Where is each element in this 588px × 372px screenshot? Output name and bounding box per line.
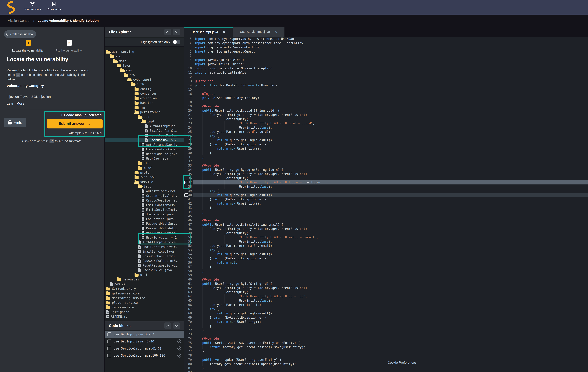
tree-item-config[interactable]: config [105,86,184,91]
file-icon [142,236,144,239]
code-block-item[interactable]: UserDaoImpl.java:40-40 [105,338,184,345]
tree-item-dao[interactable]: dao [105,115,184,119]
tree-item-impl[interactable]: impl [105,119,184,124]
tree-item-label: PasswordHashServ… [146,222,177,225]
tree-item-UserDao.java[interactable]: UserDao.java [105,156,184,161]
tree-item-player-service[interactable]: player-service [105,300,184,305]
tree-item-EmailService.java[interactable]: EmailService.java [105,249,184,254]
tree-item-PasswordValidato[interactable]: PasswordValidato… [105,226,184,231]
tree-item-CryptoService.ja[interactable]: CryptoService.ja… [105,198,184,203]
submit-answer-button[interactable]: Submit answer → [47,119,103,128]
folder-icon [135,102,138,105]
tree-item-service[interactable]: service [105,180,184,184]
tree-item-persistence[interactable]: persistence [105,110,184,115]
tree-item-AuthAttemptServi[interactable]: AuthAttemptServi… [105,189,184,193]
line-checkbox-unchecked[interactable] [184,193,188,197]
tree-item-resources[interactable]: resources [105,277,184,282]
tree-item-java[interactable]: java [105,64,184,68]
tree-item-resource[interactable]: resource [105,175,184,180]
tree-item-EmailServiceImpl[interactable]: EmailServiceImpl… [105,207,184,212]
tree-item-team-service[interactable]: team-service [105,305,184,310]
code-line-58: 58 } [184,269,588,273]
file-icon [142,157,144,160]
code-block-item[interactable]: ✓UserDaoImpl.java:37-37 [105,331,184,338]
tree-item-EmailConfirmCo[interactable]: EmailConfirmCo… [105,128,184,133]
breadcrumb-parent[interactable]: Mission Control [8,19,30,22]
tree-item-EmailConfirmServic[interactable]: EmailConfirmServic… [105,244,184,249]
learn-more-link[interactable]: Learn More [7,102,24,106]
tree-item-util[interactable]: util [105,273,184,277]
tree-item-PasswordHashServic[interactable]: PasswordHashServic… [105,254,184,259]
tree-item-handler[interactable]: handler [105,101,184,105]
close-icon[interactable]: ✕ [223,30,225,34]
tree-item-AuthAttemptDao.j[interactable]: AuthAttemptDao.j… [105,142,184,147]
tree-item-main[interactable]: main [105,59,184,64]
tree-item-com[interactable]: com [105,68,184,73]
tree-item-UserService.java[interactable]: UserService.java [105,268,184,273]
code-block-item[interactable]: UserServiceImpl.java:61-61 [105,345,184,352]
code-line-55: 55 } catch (NoResultException e) { [184,256,588,260]
tree-item-gateway-service[interactable]: gateway-service [105,291,184,296]
code-blocks-prev-button[interactable] [164,322,171,329]
tree-item-auth-service[interactable]: auth-service [105,49,184,54]
tree-item-model[interactable]: model [105,166,184,170]
tree-item-UserService[interactable]: UserService…⚠2 [105,235,184,240]
tree-item-CommonLibrary[interactable]: CommonLibrary [105,287,184,291]
code-blocks-next-button[interactable] [173,322,180,329]
highlighted-files-toggle[interactable] [173,40,180,44]
checkbox-unchecked[interactable] [107,347,111,350]
tree-item-ResetCodeDaoIm[interactable]: ResetCodeDaoIm… [105,133,184,138]
tree-item-monitoring-service[interactable]: monitoring-service [105,296,184,300]
tree-item-label: PasswordHashServic… [143,255,178,258]
nav-resources[interactable]: Resources [47,1,61,11]
tree-item-UserDaoIm[interactable]: UserDaoIm…⚠2 [105,138,184,142]
shortcuts-hint[interactable]: Click here or press ? to see all shortcu… [0,139,105,143]
tree-item-AuthAttemptService[interactable]: AuthAttemptService… [105,240,184,245]
cookie-preferences-link[interactable]: Cookie Preferences [388,361,417,364]
tree-item-auth[interactable]: auth [105,82,184,87]
tree-item-LogService.java[interactable]: LogService.java [105,217,184,221]
collapse-sidebar-button[interactable]: Collapse sidebar [4,30,36,38]
tree-item-CredentialValida[interactable]: CredentialValida… [105,193,184,198]
checkbox-unchecked[interactable] [107,354,111,357]
line-checkbox-checked[interactable]: ✓ [184,181,188,184]
tree-item-pom.xml[interactable]: pom.xml [105,282,184,287]
tree-item-csw[interactable]: csw [105,73,184,77]
brand-logo-icon[interactable] [6,1,16,14]
tree-item-cybersport[interactable]: cybersport [105,77,184,82]
code-line-69: 69 } catch (NoResultException e) { [184,315,588,320]
tree-item-converter[interactable]: converter [105,91,184,96]
close-icon[interactable]: ✕ [275,30,277,33]
nav-tournaments[interactable]: Tournaments [24,1,41,11]
tree-item-ResetPasswordServi[interactable]: ResetPasswordServi… [105,263,184,268]
code-line-50: 50 "FROM UserEntity U WHERE U.email = :e… [184,235,588,239]
tree-item-PasswordHashServ[interactable]: PasswordHashServ… [105,221,184,226]
tree-item-EmailConfirmCode[interactable]: EmailConfirmCode… [105,147,184,152]
tree-item-ResetCodeDao.java[interactable]: ResetCodeDao.java [105,152,184,156]
tree-item-jms[interactable]: jms [105,105,184,110]
tree-item-JmsService.java[interactable]: JmsService.java [105,212,184,217]
tree-item-src[interactable]: src [105,54,184,59]
tree-item-PasswordValidatorS[interactable]: PasswordValidatorS… [105,259,184,263]
hints-button[interactable]: Hints [4,118,26,127]
tree-item-proto[interactable]: proto [105,170,184,175]
tree-item-ResetPasswordSer[interactable]: ResetPasswordSer… [105,231,184,235]
checkbox-unchecked[interactable] [107,340,111,343]
code-line-52: 52 query.setParameter("email", email); [184,244,588,248]
tree-item-label: UserService… [146,236,168,239]
checkbox-checked[interactable]: ✓ [107,332,111,336]
explorer-prev-button[interactable] [164,29,171,35]
tree-item-.gitignore[interactable]: .gitignore [105,310,184,314]
tree-item-exception[interactable]: exception [105,96,184,101]
tab-UserServiceImpl.java[interactable]: UserServiceImpl.java✕ [233,27,284,37]
code-block-item[interactable]: UserServiceImpl.java:106-106 [105,352,184,359]
line-number: 9 [188,62,193,66]
tab-label: UserServiceImpl.java [240,30,270,34]
tree-item-README.md[interactable]: README.md [105,314,184,319]
tree-item-dto[interactable]: dto [105,161,184,166]
tree-item-EmailConfirmServ[interactable]: EmailConfirmServ… [105,203,184,208]
tree-item-impl[interactable]: impl [105,184,184,189]
explorer-next-button[interactable] [173,29,180,35]
tree-item-AuthAttemptDao[interactable]: AuthAttemptDao… [105,124,184,128]
tab-UserDaoImpl.java[interactable]: UserDaoImpl.java✕ [184,27,233,37]
